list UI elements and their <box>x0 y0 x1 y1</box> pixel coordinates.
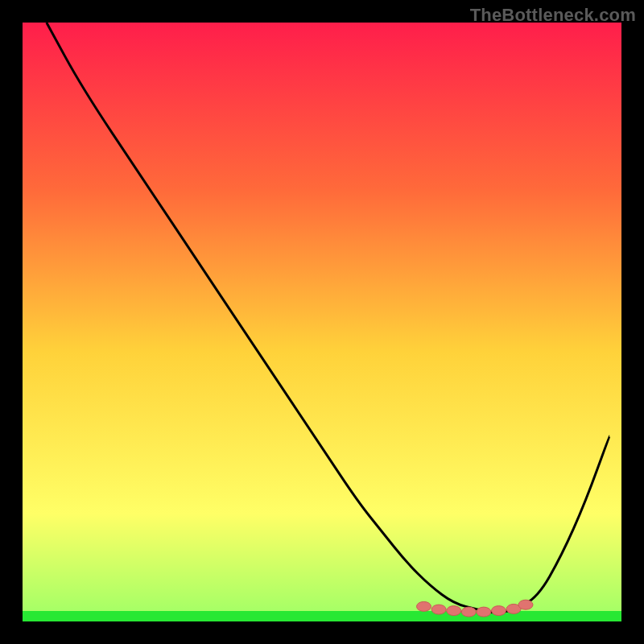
watermark-label: TheBottleneck.com <box>470 5 636 26</box>
sweet-spot-marker <box>417 601 431 611</box>
chart-frame: TheBottleneck.com <box>0 0 644 644</box>
sweet-spot-marker <box>492 606 506 616</box>
sweet-spot-marker <box>431 605 446 614</box>
sweet-spot-marker <box>518 600 533 609</box>
bottleneck-chart <box>23 23 621 621</box>
sweet-spot-marker <box>447 606 461 616</box>
plot-background <box>23 23 621 621</box>
sweet-spot-marker <box>477 607 491 617</box>
green-band <box>23 611 621 621</box>
sweet-spot-marker <box>461 607 476 617</box>
